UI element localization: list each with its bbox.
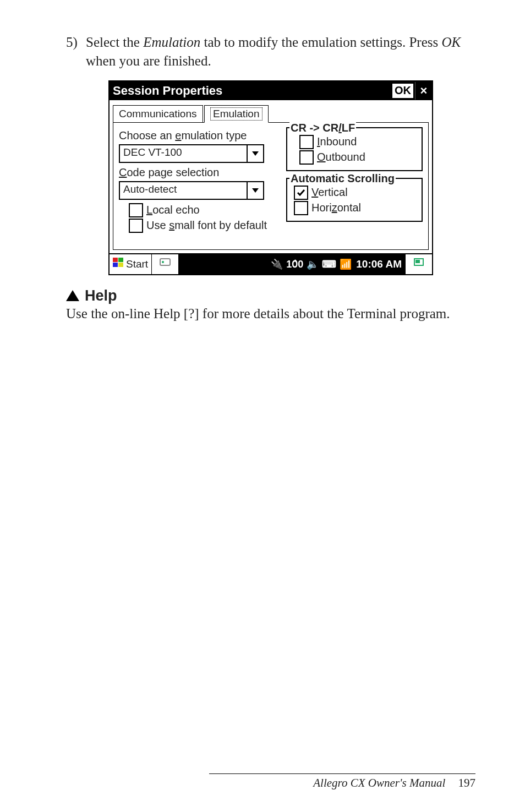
start-label: Start <box>126 258 148 270</box>
code-page-label: Code page selection <box>119 166 278 179</box>
step-number: 5) <box>66 33 86 70</box>
crlf-group: CR -> CR/LF Inbound Outbound <box>286 128 423 171</box>
auto-scroll-legend: Automatic Scrolling <box>289 172 396 185</box>
tab-emulation[interactable]: Emulation <box>204 105 269 123</box>
inbound-checkbox[interactable]: Inbound <box>299 135 417 149</box>
choose-emulation-label: Choose an emulation type <box>119 129 278 142</box>
battery-icon: 10̂0 <box>286 258 303 270</box>
checkbox-unchecked-icon <box>129 219 143 233</box>
session-properties-window: Session Properties OK × Communications E… <box>108 80 433 275</box>
crlf-legend: CR -> CR/LF <box>289 122 356 134</box>
terminal-app-icon <box>160 258 171 270</box>
emulation-type-select[interactable]: DEC VT-100 <box>119 144 264 163</box>
svg-rect-5 <box>118 263 123 267</box>
checkbox-unchecked-icon <box>294 201 308 215</box>
running-app-button[interactable] <box>152 254 179 274</box>
window-title: Session Properties <box>110 84 392 98</box>
step-5-instruction: 5) Select the Emulation tab to modify th… <box>66 33 475 70</box>
svg-point-7 <box>162 261 164 263</box>
svg-rect-3 <box>118 258 123 262</box>
chevron-down-icon <box>247 182 263 199</box>
auto-scroll-group: Automatic Scrolling Vertical Horizontal <box>286 179 423 222</box>
outbound-checkbox[interactable]: Outbound <box>299 150 417 165</box>
taskbar: Start 🔌 10̂0 🔈 ⌨ 📶 10:06 AM <box>110 253 432 274</box>
code-page-value: Auto-detect <box>120 182 247 199</box>
checkbox-unchecked-icon <box>299 135 314 149</box>
svg-rect-2 <box>113 258 118 262</box>
svg-rect-9 <box>415 260 420 263</box>
system-tray[interactable]: 🔌 10̂0 🔈 ⌨ 📶 10:06 AM <box>179 254 406 274</box>
windows-flag-icon <box>113 258 124 270</box>
book-title: Allegro CX Owner's Manual <box>313 776 445 789</box>
network-icon: 🔌 <box>271 258 283 270</box>
tabstrip: Communications Emulation <box>113 103 429 122</box>
vertical-checkbox[interactable]: Vertical <box>294 186 417 200</box>
ok-button[interactable]: OK <box>392 83 414 99</box>
svg-marker-1 <box>252 188 259 193</box>
clock: 10:06 AM <box>356 258 402 270</box>
keyboard-icon: ⌨ <box>322 258 336 270</box>
desktop-button[interactable] <box>406 254 432 274</box>
close-button[interactable]: × <box>415 82 432 100</box>
page-footer: Allegro CX Owner's Manual 197 <box>209 773 475 790</box>
code-page-select[interactable]: Auto-detect <box>119 181 264 200</box>
step-text: Select the Emulation tab to modify the e… <box>86 33 475 70</box>
volume-icon: 🔈 <box>307 258 319 270</box>
checkbox-unchecked-icon <box>129 203 143 217</box>
help-heading: Help <box>66 287 475 304</box>
tray-icons: 🔌 10̂0 🔈 ⌨ 📶 <box>271 258 352 270</box>
triangle-up-icon <box>66 290 79 301</box>
tab-communications[interactable]: Communications <box>113 105 203 123</box>
horizontal-checkbox[interactable]: Horizontal <box>294 201 417 215</box>
start-button[interactable]: Start <box>110 254 152 274</box>
checkbox-checked-icon <box>294 186 308 200</box>
svg-rect-4 <box>113 263 118 267</box>
emulation-panel: Choose an emulation type DEC VT-100 Code… <box>113 122 429 250</box>
chevron-down-icon <box>247 145 263 162</box>
emulation-type-value: DEC VT-100 <box>120 145 247 162</box>
show-desktop-icon <box>413 258 424 270</box>
svg-rect-6 <box>160 259 170 265</box>
svg-marker-0 <box>252 151 259 156</box>
titlebar: Session Properties OK × <box>110 81 432 100</box>
page-number: 197 <box>458 776 476 789</box>
wifi-icon: 📶 <box>340 258 352 270</box>
local-echo-checkbox[interactable]: Local echo <box>129 203 278 217</box>
small-font-checkbox[interactable]: Use small font by default <box>129 219 278 233</box>
checkbox-unchecked-icon <box>299 150 314 165</box>
help-body: Use the on-line Help [?] for more detail… <box>66 304 475 323</box>
